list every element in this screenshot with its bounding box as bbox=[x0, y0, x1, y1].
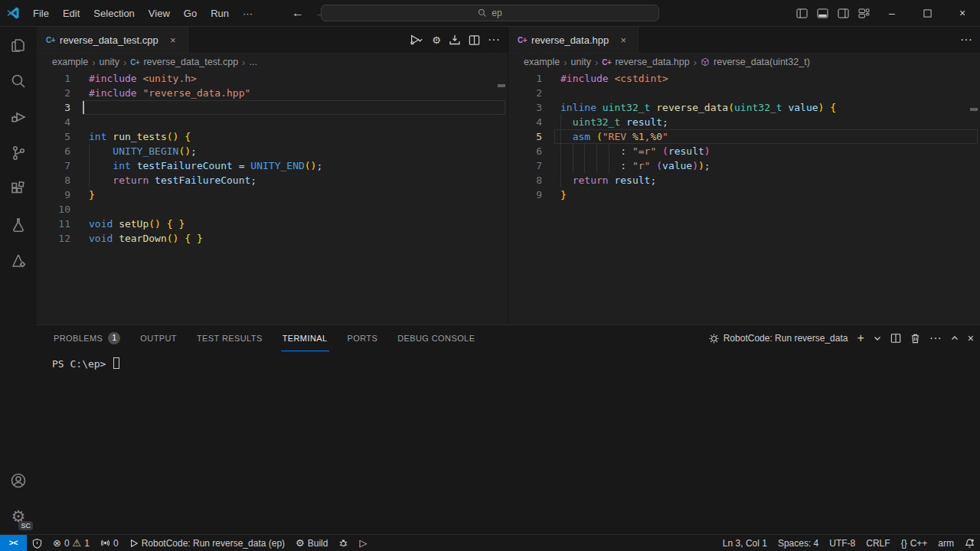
line-number[interactable]: 7 bbox=[508, 158, 560, 173]
code-line[interactable]: asm ("REV %1,%0" bbox=[554, 129, 978, 144]
tab-test-results[interactable]: TEST RESULTS bbox=[195, 325, 264, 351]
code-line[interactable]: return result; bbox=[560, 173, 978, 187]
tab-problems[interactable]: PROBLEMS 1 bbox=[52, 325, 122, 351]
build-config[interactable]: arm bbox=[933, 535, 959, 551]
line-number[interactable]: 1 bbox=[37, 71, 89, 86]
robotcode-extension-icon[interactable] bbox=[0, 243, 37, 279]
account-icon[interactable] bbox=[0, 462, 37, 498]
code-line[interactable]: return testFailureCount; bbox=[89, 173, 505, 187]
code-line[interactable]: int testFailureCount = UNITY_END(); bbox=[89, 158, 505, 173]
run-and-debug-icon[interactable] bbox=[0, 99, 37, 135]
extensions-icon[interactable] bbox=[0, 171, 37, 207]
code-line[interactable]: void tearDown() { } bbox=[89, 231, 505, 246]
testing-icon[interactable] bbox=[0, 207, 37, 243]
notifications-bell-icon[interactable] bbox=[959, 535, 980, 551]
robotcode-task[interactable]: RobotCode: Run reverse_data (ep) bbox=[124, 535, 290, 551]
toggle-primary-sidebar-icon[interactable] bbox=[792, 4, 812, 22]
breadcrumb-item[interactable]: reverse_data_test.cpp bbox=[143, 57, 238, 67]
run-play-icon[interactable]: ▷ bbox=[354, 535, 372, 551]
code-line[interactable] bbox=[83, 100, 505, 115]
source-control-icon[interactable] bbox=[0, 135, 37, 171]
line-number[interactable]: 12 bbox=[37, 231, 89, 246]
line-number[interactable]: 8 bbox=[508, 173, 560, 187]
workspace-trust-icon[interactable] bbox=[27, 535, 47, 551]
tab-ports[interactable]: PORTS bbox=[346, 325, 380, 351]
indentation[interactable]: Spaces: 4 bbox=[773, 535, 824, 551]
code-line[interactable]: #include <unity.h> bbox=[89, 71, 505, 86]
code-line[interactable]: inline uint32_t reverse_data(uint32_t va… bbox=[560, 100, 978, 115]
kill-terminal-icon[interactable] bbox=[910, 333, 920, 344]
line-number[interactable]: 7 bbox=[37, 158, 89, 173]
code-line[interactable]: void setUp() { } bbox=[89, 217, 505, 231]
language-mode[interactable]: {} C++ bbox=[896, 535, 933, 551]
tab-reverse-data-hpp[interactable]: C+ reverse_data.hpp × bbox=[508, 27, 639, 53]
build-task[interactable]: ⚙ Build bbox=[290, 535, 333, 551]
line-number[interactable]: 6 bbox=[37, 144, 89, 158]
breadcrumb-item[interactable]: ... bbox=[249, 57, 256, 67]
customize-layout-icon[interactable] bbox=[854, 4, 874, 22]
line-number[interactable]: 9 bbox=[508, 187, 560, 202]
code-line[interactable]: uint32_t result; bbox=[560, 115, 978, 129]
code-editor-right[interactable]: 1#include <cstdint>23inline uint32_t rev… bbox=[508, 70, 980, 202]
command-center-search[interactable]: ep bbox=[321, 5, 659, 21]
explorer-icon[interactable] bbox=[0, 27, 37, 63]
code-line[interactable] bbox=[560, 86, 978, 100]
eol-sequence[interactable]: CRLF bbox=[861, 535, 895, 551]
line-number[interactable]: 10 bbox=[37, 202, 89, 217]
run-or-debug-icon[interactable] bbox=[409, 34, 424, 46]
terminal-output[interactable]: PS C:\ep> bbox=[37, 351, 980, 370]
ports-forwarded[interactable]: 0 bbox=[95, 535, 124, 551]
line-number[interactable]: 4 bbox=[37, 115, 89, 129]
code-line[interactable] bbox=[89, 202, 505, 217]
code-line[interactable] bbox=[89, 115, 505, 129]
code-line[interactable]: int run_tests() { bbox=[89, 129, 505, 144]
tab-reverse-data-test-cpp[interactable]: C+ reverse_data_test.cpp × bbox=[37, 27, 188, 53]
line-number[interactable]: 5 bbox=[508, 129, 560, 144]
code-line[interactable]: } bbox=[560, 187, 978, 202]
desktop-download-icon[interactable] bbox=[449, 34, 461, 46]
code-line[interactable]: #include "reverse_data.hpp" bbox=[89, 86, 505, 100]
close-tab-icon[interactable]: × bbox=[166, 33, 180, 47]
settings-gear-icon[interactable]: ⚙ SC bbox=[0, 498, 37, 534]
split-terminal-icon[interactable] bbox=[890, 333, 901, 344]
line-number[interactable]: 3 bbox=[37, 100, 89, 115]
code-line[interactable]: } bbox=[89, 187, 505, 202]
toggle-secondary-sidebar-icon[interactable] bbox=[833, 4, 854, 22]
code-line[interactable]: UNITY_BEGIN(); bbox=[89, 144, 505, 158]
tab-debug-console[interactable]: DEBUG CONSOLE bbox=[396, 325, 476, 351]
close-panel-icon[interactable]: × bbox=[968, 332, 974, 344]
line-number[interactable]: 3 bbox=[508, 100, 560, 115]
close-window-button[interactable]: × bbox=[945, 0, 980, 27]
panel-more-icon[interactable]: ··· bbox=[929, 331, 942, 345]
code-line[interactable]: : "=r" (result) bbox=[560, 144, 978, 158]
line-number[interactable]: 2 bbox=[37, 86, 89, 100]
more-actions-icon[interactable]: ··· bbox=[960, 33, 972, 47]
menu-selection[interactable]: Selection bbox=[87, 3, 141, 23]
split-editor-icon[interactable] bbox=[469, 34, 480, 46]
chevron-down-icon[interactable] bbox=[874, 335, 881, 341]
debug-bug-icon[interactable] bbox=[333, 535, 354, 551]
line-number[interactable]: 8 bbox=[37, 173, 89, 187]
line-number[interactable]: 11 bbox=[37, 217, 89, 231]
line-number[interactable]: 2 bbox=[508, 86, 560, 100]
code-line[interactable]: #include <cstdint> bbox=[560, 71, 978, 86]
menu-view[interactable]: View bbox=[142, 3, 177, 23]
menu-edit[interactable]: Edit bbox=[56, 3, 87, 23]
breadcrumb-item[interactable]: unity bbox=[571, 57, 591, 67]
menu-file[interactable]: File bbox=[26, 3, 56, 23]
line-number[interactable]: 6 bbox=[508, 144, 560, 158]
menu-run[interactable]: Run bbox=[204, 3, 236, 23]
cursor-position[interactable]: Ln 3, Col 1 bbox=[717, 535, 773, 551]
close-tab-icon[interactable]: × bbox=[616, 33, 630, 47]
more-actions-icon[interactable]: ··· bbox=[488, 33, 500, 47]
back-icon[interactable]: ← bbox=[292, 6, 304, 20]
breadcrumb-item[interactable]: example bbox=[52, 57, 88, 67]
tab-terminal[interactable]: TERMINAL bbox=[281, 325, 329, 351]
line-number[interactable]: 1 bbox=[508, 71, 560, 86]
code-line[interactable]: : "r" (value)); bbox=[560, 158, 978, 173]
breadcrumb-item[interactable]: reverse_data.hpp bbox=[615, 57, 689, 67]
toggle-panel-icon[interactable] bbox=[812, 4, 833, 22]
tab-output[interactable]: OUTPUT bbox=[139, 325, 178, 351]
menu-go[interactable]: Go bbox=[177, 3, 204, 23]
new-terminal-icon[interactable]: + bbox=[857, 331, 864, 345]
